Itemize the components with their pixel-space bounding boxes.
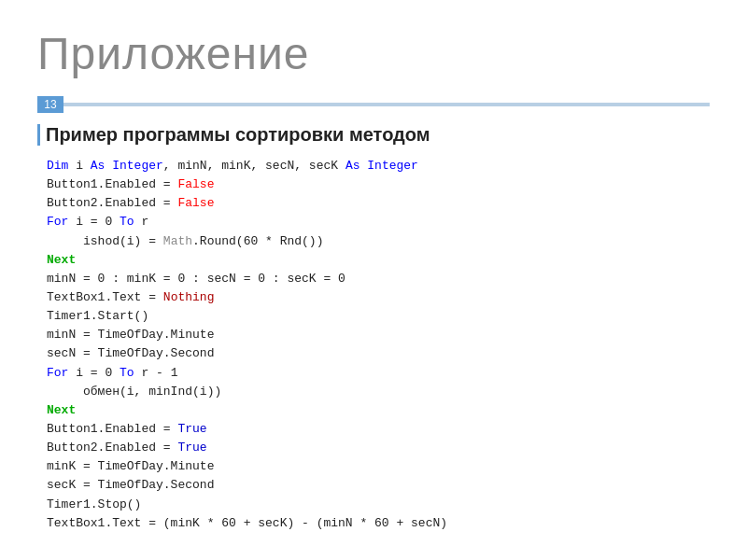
code-line-13: обмен(i, minInd(i)) (47, 383, 710, 401)
code-line-12: For i = 0 To r - 1 (47, 364, 710, 383)
blue-line (63, 103, 710, 106)
code-line-17: minK = TimeOfDay.Minute (47, 457, 710, 476)
code-line-19: Timer1.Stop() (47, 496, 710, 514)
code-line-18: secK = TimeOfDay.Second (47, 476, 710, 495)
slide-subtitle: Пример программы сортировки методом (37, 124, 710, 146)
code-line-next2: Next (47, 401, 710, 420)
code-line-next1: Next (47, 251, 710, 270)
code-line-2: Button1.Enabled = False (47, 175, 710, 194)
code-line-7: minN = 0 : minK = 0 : secN = 0 : secK = … (47, 270, 710, 288)
slide: Приложение 13 Пример программы сортировк… (0, 0, 747, 560)
slide-title: Приложение (37, 28, 710, 79)
code-line-20: TextBox1.Text = (minK * 60 + secK) - (mi… (47, 514, 710, 533)
code-line-3: Button2.Enabled = False (47, 194, 710, 213)
code-line-10: minN = TimeOfDay.Minute (47, 326, 710, 344)
slide-number: 13 (37, 96, 63, 113)
code-block: Dim i As Integer, minN, minK, secN, secK… (37, 157, 710, 533)
code-line-8: TextBox1.Text = Nothing (47, 288, 710, 307)
slide-number-bar: 13 (37, 96, 710, 113)
code-line-15: Button1.Enabled = True (47, 420, 710, 439)
code-line-5: ishod(i) = Math.Round(60 * Rnd()) (47, 232, 710, 251)
code-line-11: secN = TimeOfDay.Second (47, 344, 710, 363)
code-line-9: Timer1.Start() (47, 307, 710, 326)
code-line-4: For i = 0 To r (47, 213, 710, 231)
code-line-16: Button2.Enabled = True (47, 439, 710, 457)
code-line-1: Dim i As Integer, minN, minK, secN, secK… (47, 157, 710, 175)
